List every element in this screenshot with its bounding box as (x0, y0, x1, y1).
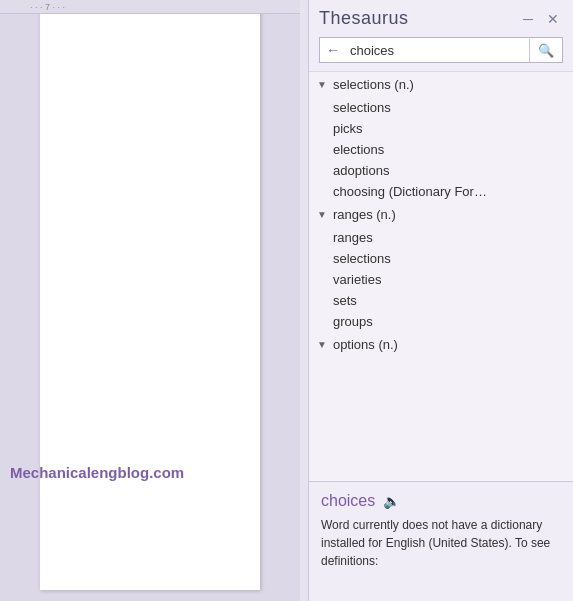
document-area: · · · 7 · · · (0, 0, 300, 601)
group-header-ranges[interactable]: ▼ ranges (n.) (309, 202, 573, 227)
result-item-selections-1[interactable]: selections (309, 97, 573, 118)
thesaurus-panel: Thesaurus ─ ✕ ← 🔍 ▼ selections (n.) sele… (308, 0, 573, 601)
result-item-adoptions[interactable]: adoptions (309, 160, 573, 181)
ruler-ticks: · · · 7 · · · (30, 2, 65, 12)
back-icon: ← (326, 42, 340, 58)
triangle-icon-selections: ▼ (317, 79, 327, 90)
search-icon: 🔍 (538, 43, 554, 58)
result-item-sets[interactable]: sets (309, 290, 573, 311)
group-label-selections: selections (n.) (333, 77, 414, 92)
group-header-options[interactable]: ▼ options (n.) (309, 332, 573, 357)
result-item-choosing[interactable]: choosing (Dictionary For… (309, 181, 573, 202)
definition-text: Word currently does not have a dictionar… (321, 516, 561, 570)
result-item-ranges[interactable]: ranges (309, 227, 573, 248)
result-item-selections-2[interactable]: selections (309, 248, 573, 269)
definition-word: choices (321, 492, 375, 510)
results-list[interactable]: ▼ selections (n.) selections picks elect… (309, 71, 573, 481)
triangle-icon-ranges: ▼ (317, 209, 327, 220)
panel-controls: ─ ✕ (519, 10, 563, 28)
definition-area: choices 🔈 Word currently does not have a… (309, 481, 573, 601)
back-button[interactable]: ← (320, 38, 346, 62)
ruler: · · · 7 · · · (0, 0, 300, 14)
search-bar: ← 🔍 (319, 37, 563, 63)
speaker-icon[interactable]: 🔈 (383, 493, 400, 509)
group-header-selections[interactable]: ▼ selections (n.) (309, 72, 573, 97)
watermark-text: Mechanicalengblog.com (10, 464, 184, 481)
result-item-elections[interactable]: elections (309, 139, 573, 160)
result-item-varieties[interactable]: varieties (309, 269, 573, 290)
triangle-icon-options: ▼ (317, 339, 327, 350)
search-input[interactable] (346, 39, 529, 62)
panel-header: Thesaurus ─ ✕ (309, 0, 573, 33)
search-button[interactable]: 🔍 (529, 39, 562, 62)
close-button[interactable]: ✕ (543, 10, 563, 28)
pin-button[interactable]: ─ (519, 10, 537, 28)
document-page (40, 10, 260, 590)
group-label-ranges: ranges (n.) (333, 207, 396, 222)
group-label-options: options (n.) (333, 337, 398, 352)
definition-word-row: choices 🔈 (321, 492, 561, 510)
result-item-groups[interactable]: groups (309, 311, 573, 332)
panel-title: Thesaurus (319, 8, 409, 29)
result-item-picks[interactable]: picks (309, 118, 573, 139)
